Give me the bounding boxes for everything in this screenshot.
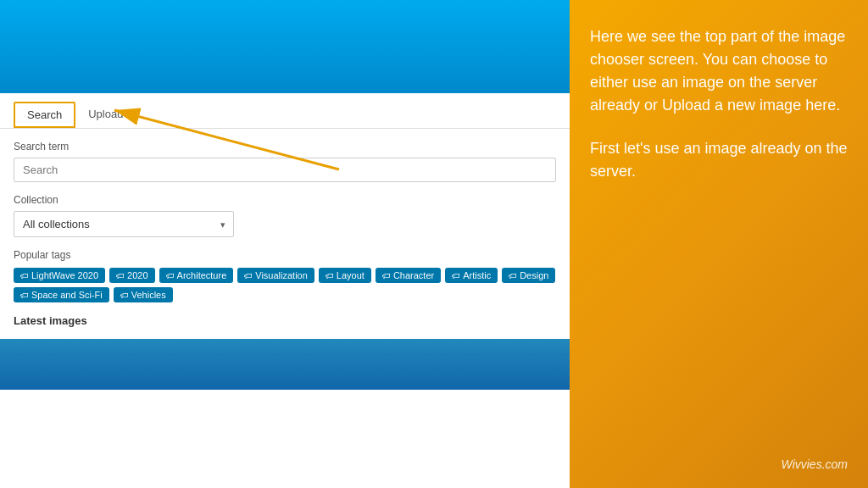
tag-icon: 🏷 [116, 271, 125, 280]
tag-icon: 🏷 [120, 291, 129, 300]
tags-label: Popular tags [14, 249, 556, 261]
tag-space[interactable]: 🏷Space and Sci-Fi [14, 287, 109, 302]
tag-character[interactable]: 🏷Character [376, 268, 441, 283]
search-term-label: Search term [14, 141, 556, 152]
tab-upload-label: Upload [88, 108, 123, 120]
tag-visualization[interactable]: 🏷Visualization [237, 268, 314, 283]
collection-select[interactable]: All collections Architecture Characters … [14, 211, 234, 237]
tag-artistic[interactable]: 🏷Artistic [445, 268, 498, 283]
tag-icon: 🏷 [166, 271, 175, 280]
brand-label: Wivvies.com [782, 458, 848, 471]
collection-select-wrapper: All collections Architecture Characters … [14, 211, 234, 237]
tag-2020[interactable]: 🏷2020 [109, 268, 154, 283]
tags-section: Popular tags 🏷LightWave 2020 🏷2020 🏷Arch… [14, 249, 556, 302]
search-input[interactable] [14, 158, 556, 182]
tags-row-2: 🏷Space and Sci-Fi 🏷Vehicles [14, 287, 556, 302]
latest-images-label: Latest images [14, 314, 556, 327]
tag-icon: 🏷 [20, 291, 29, 300]
tag-layout[interactable]: 🏷Layout [319, 268, 371, 283]
white-content: Search Upload Search term Collection All… [0, 93, 570, 339]
tab-search-label: Search [27, 108, 62, 121]
tags-row-1: 🏷LightWave 2020 🏷2020 🏷Architecture 🏷Vis… [14, 268, 556, 283]
tag-icon: 🏷 [326, 271, 334, 280]
right-description: Here we see the top part of the image ch… [590, 25, 848, 183]
top-blue-bar [0, 0, 570, 93]
tag-design[interactable]: 🏷Design [502, 268, 555, 283]
tag-icon: 🏷 [509, 271, 517, 280]
form-content: Search term Collection All collections A… [0, 129, 570, 339]
collection-label: Collection [14, 194, 556, 206]
tag-vehicles[interactable]: 🏷Vehicles [114, 287, 173, 302]
tag-lightwave[interactable]: 🏷LightWave 2020 [14, 268, 105, 283]
right-panel: Here we see the top part of the image ch… [570, 0, 868, 488]
tag-icon: 🏷 [244, 271, 253, 280]
left-panel: Search Upload Search term Collection All… [0, 0, 570, 488]
tag-icon: 🏷 [382, 271, 391, 280]
collection-section: Collection All collections Architecture … [14, 194, 556, 237]
tag-icon: 🏷 [20, 271, 29, 280]
right-paragraph-2: First let's use an image already on the … [590, 137, 848, 183]
tab-upload[interactable]: Upload [75, 102, 136, 128]
tab-search[interactable]: Search [14, 102, 75, 128]
tag-architecture[interactable]: 🏷Architecture [159, 268, 234, 283]
right-paragraph-1: Here we see the top part of the image ch… [590, 25, 848, 117]
tabs-container: Search Upload [0, 93, 570, 129]
bottom-gradient [0, 339, 570, 390]
tag-icon: 🏷 [452, 271, 460, 280]
